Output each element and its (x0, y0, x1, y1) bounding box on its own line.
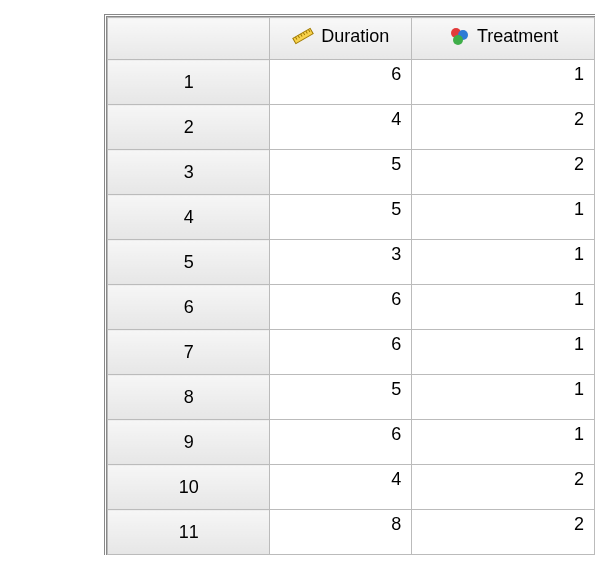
row-header[interactable]: 10 (108, 465, 270, 510)
table-row: 8 5 1 (108, 375, 595, 420)
cell-duration[interactable]: 5 (270, 195, 412, 240)
nominal-icon (448, 25, 470, 47)
row-header[interactable]: 8 (108, 375, 270, 420)
row-header[interactable]: 3 (108, 150, 270, 195)
table-row: 10 4 2 (108, 465, 595, 510)
column-header-row: Duration Treatment (108, 18, 595, 60)
table-row: 11 8 2 (108, 510, 595, 555)
table-row: 1 6 1 (108, 60, 595, 105)
data-table-container: Duration Treatment 1 (104, 14, 595, 555)
row-index: 7 (184, 342, 194, 362)
cell-treatment[interactable]: 2 (412, 150, 595, 195)
cell-duration[interactable]: 6 (270, 285, 412, 330)
table-body: 1 6 1 2 4 2 3 5 2 4 5 1 5 3 1 (108, 60, 595, 555)
svg-point-9 (453, 35, 463, 45)
cell-duration[interactable]: 6 (270, 420, 412, 465)
row-header[interactable]: 4 (108, 195, 270, 240)
row-header[interactable]: 9 (108, 420, 270, 465)
ruler-icon (292, 25, 314, 47)
cell-duration[interactable]: 8 (270, 510, 412, 555)
cell-duration[interactable]: 6 (270, 60, 412, 105)
cell-duration[interactable]: 3 (270, 240, 412, 285)
table-row: 5 3 1 (108, 240, 595, 285)
data-table: Duration Treatment 1 (107, 17, 595, 555)
cell-treatment[interactable]: 2 (412, 510, 595, 555)
cell-duration[interactable]: 5 (270, 150, 412, 195)
cell-treatment[interactable]: 2 (412, 105, 595, 150)
table-row: 7 6 1 (108, 330, 595, 375)
column-header-label: Duration (321, 26, 389, 47)
cell-treatment[interactable]: 1 (412, 240, 595, 285)
cell-treatment[interactable]: 2 (412, 465, 595, 510)
row-header[interactable]: 5 (108, 240, 270, 285)
column-header-treatment[interactable]: Treatment (412, 18, 595, 60)
row-index: 4 (184, 207, 194, 227)
row-header[interactable]: 6 (108, 285, 270, 330)
row-index: 5 (184, 252, 194, 272)
row-index: 9 (184, 432, 194, 452)
table-row: 3 5 2 (108, 150, 595, 195)
row-index: 10 (179, 477, 199, 497)
table-row: 2 4 2 (108, 105, 595, 150)
cell-duration[interactable]: 4 (270, 465, 412, 510)
cell-treatment[interactable]: 1 (412, 330, 595, 375)
corner-header[interactable] (108, 18, 270, 60)
row-index: 3 (184, 162, 194, 182)
row-index: 1 (184, 72, 194, 92)
row-index: 11 (179, 522, 199, 542)
table-row: 6 6 1 (108, 285, 595, 330)
table-row: 9 6 1 (108, 420, 595, 465)
row-header[interactable]: 7 (108, 330, 270, 375)
column-header-duration[interactable]: Duration (270, 18, 412, 60)
cell-treatment[interactable]: 1 (412, 285, 595, 330)
row-header[interactable]: 2 (108, 105, 270, 150)
cell-treatment[interactable]: 1 (412, 195, 595, 240)
cell-duration[interactable]: 6 (270, 330, 412, 375)
column-header-label: Treatment (477, 26, 558, 47)
row-index: 6 (184, 297, 194, 317)
table-row: 4 5 1 (108, 195, 595, 240)
row-header[interactable]: 1 (108, 60, 270, 105)
row-index: 8 (184, 387, 194, 407)
row-header[interactable]: 11 (108, 510, 270, 555)
cell-duration[interactable]: 5 (270, 375, 412, 420)
cell-treatment[interactable]: 1 (412, 375, 595, 420)
svg-rect-0 (293, 28, 313, 43)
cell-treatment[interactable]: 1 (412, 60, 595, 105)
row-index: 2 (184, 117, 194, 137)
cell-treatment[interactable]: 1 (412, 420, 595, 465)
cell-duration[interactable]: 4 (270, 105, 412, 150)
